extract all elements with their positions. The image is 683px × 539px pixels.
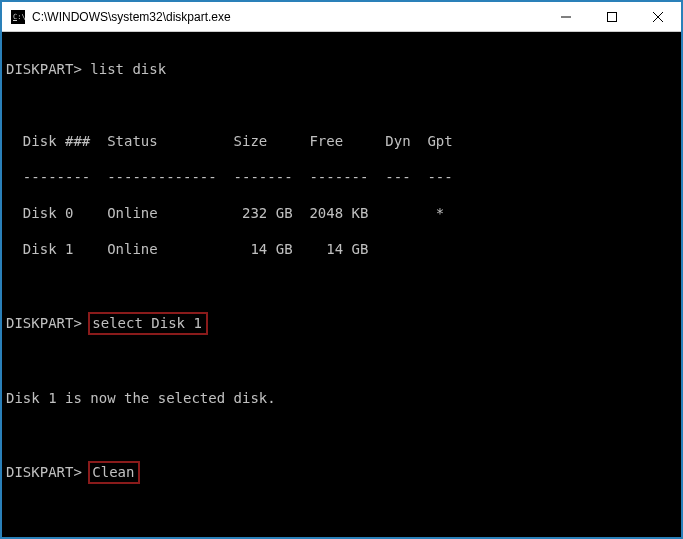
- disk-table-row: Disk 0 Online 232 GB 2048 KB *: [6, 204, 681, 222]
- svg-rect-2: [13, 20, 17, 21]
- terminal-output[interactable]: DISKPART> list disk Disk ### Status Size…: [2, 32, 681, 537]
- maximize-button[interactable]: [589, 2, 635, 31]
- prompt: DISKPART>: [6, 315, 82, 331]
- command-list-disk: list disk: [90, 61, 166, 77]
- command-select-disk: select Disk 1: [88, 312, 208, 335]
- svg-rect-4: [608, 12, 617, 21]
- app-window: C:\ C:\WINDOWS\system32\diskpart.exe DIS…: [0, 0, 683, 539]
- app-icon: C:\: [10, 9, 26, 25]
- prompt: DISKPART>: [6, 464, 82, 480]
- prompt: DISKPART>: [6, 61, 82, 77]
- disk-table-header: Disk ### Status Size Free Dyn Gpt: [6, 132, 681, 150]
- command-clean: Clean: [88, 461, 140, 484]
- disk-table-row: Disk 1 Online 14 GB 14 GB: [6, 240, 681, 258]
- window-title: C:\WINDOWS\system32\diskpart.exe: [32, 10, 543, 24]
- window-controls: [543, 2, 681, 31]
- titlebar: C:\ C:\WINDOWS\system32\diskpart.exe: [2, 2, 681, 32]
- minimize-button[interactable]: [543, 2, 589, 31]
- close-button[interactable]: [635, 2, 681, 31]
- svg-text:C:\: C:\: [13, 13, 25, 21]
- disk-table-divider: -------- ------------- ------- ------- -…: [6, 168, 681, 186]
- response-select-disk: Disk 1 is now the selected disk.: [6, 389, 681, 407]
